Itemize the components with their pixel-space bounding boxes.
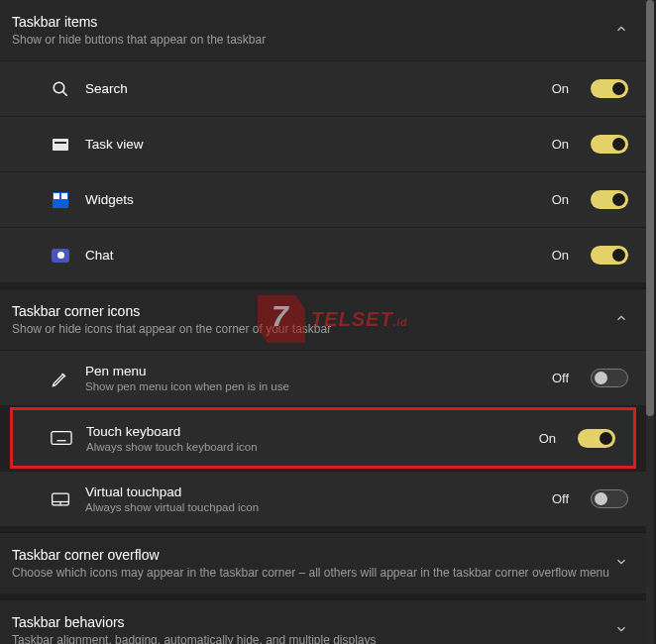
section-corner-overflow[interactable]: Taskbar corner overflow Choose which ico… bbox=[0, 532, 646, 593]
toggle-state: On bbox=[552, 137, 569, 152]
row-label: Search bbox=[85, 81, 538, 96]
row-search[interactable]: Search On bbox=[0, 60, 646, 116]
row-touch-keyboard[interactable]: Touch keyboard Always show touch keyboar… bbox=[13, 410, 633, 466]
row-sub: Show pen menu icon when pen is in use bbox=[85, 380, 538, 392]
svg-line-1 bbox=[62, 91, 67, 96]
chevron-up-icon bbox=[614, 311, 628, 328]
toggle-virtual-touchpad[interactable] bbox=[591, 489, 628, 508]
row-pen-menu[interactable]: Pen menu Show pen menu icon when pen is … bbox=[0, 350, 646, 405]
toggle-pen-menu[interactable] bbox=[591, 369, 628, 387]
section-subtitle: Choose which icons may appear in the tas… bbox=[12, 566, 609, 580]
toggle-task-view[interactable] bbox=[591, 135, 628, 154]
row-label: Widgets bbox=[85, 192, 538, 207]
keyboard-icon bbox=[51, 430, 72, 446]
scrollbar-thumb[interactable] bbox=[646, 0, 654, 416]
row-label: Chat bbox=[85, 248, 538, 263]
toggle-state: On bbox=[552, 81, 569, 96]
section-title: Taskbar corner overflow bbox=[12, 547, 609, 563]
toggle-state: Off bbox=[552, 371, 569, 385]
section-corner-icons[interactable]: Taskbar corner icons Show or hide icons … bbox=[0, 288, 646, 350]
section-subtitle: Show or hide buttons that appear on the … bbox=[12, 33, 266, 47]
toggle-search[interactable] bbox=[591, 79, 628, 98]
row-sub: Always show virtual touchpad icon bbox=[85, 501, 538, 513]
section-subtitle: Taskbar alignment, badging, automaticall… bbox=[12, 633, 377, 644]
chat-icon bbox=[50, 249, 71, 263]
toggle-state: On bbox=[539, 431, 556, 446]
touchpad-icon bbox=[50, 491, 71, 507]
pen-icon bbox=[50, 369, 71, 388]
section-title: Taskbar items bbox=[12, 14, 266, 30]
row-label: Touch keyboard bbox=[86, 424, 525, 439]
section-behaviors[interactable]: Taskbar behaviors Taskbar alignment, bad… bbox=[0, 599, 646, 644]
task-view-icon bbox=[50, 139, 71, 151]
toggle-widgets[interactable] bbox=[591, 190, 628, 209]
search-icon bbox=[50, 80, 71, 98]
row-label: Task view bbox=[85, 137, 538, 152]
toggle-state: Off bbox=[552, 491, 569, 506]
row-label: Pen menu bbox=[85, 364, 538, 378]
chevron-down-icon bbox=[614, 555, 628, 572]
section-title: Taskbar corner icons bbox=[12, 303, 331, 319]
toggle-chat[interactable] bbox=[591, 246, 628, 265]
row-virtual-touchpad[interactable]: Virtual touchpad Always show virtual tou… bbox=[0, 471, 646, 526]
section-title: Taskbar behaviors bbox=[12, 614, 377, 630]
chevron-up-icon bbox=[614, 22, 628, 39]
toggle-state: On bbox=[552, 248, 569, 263]
chevron-down-icon bbox=[614, 622, 628, 639]
toggle-state: On bbox=[552, 192, 569, 207]
scrollbar[interactable] bbox=[646, 0, 654, 644]
row-widgets[interactable]: Widgets On bbox=[0, 171, 646, 227]
svg-rect-2 bbox=[52, 432, 71, 445]
toggle-touch-keyboard[interactable] bbox=[578, 429, 615, 448]
row-chat[interactable]: Chat On bbox=[0, 227, 646, 282]
section-subtitle: Show or hide icons that appear on the co… bbox=[12, 322, 331, 336]
widgets-icon bbox=[50, 192, 71, 208]
highlight-touch-keyboard: Touch keyboard Always show touch keyboar… bbox=[10, 407, 636, 469]
row-label: Virtual touchpad bbox=[85, 484, 538, 499]
section-taskbar-items[interactable]: Taskbar items Show or hide buttons that … bbox=[0, 0, 646, 60]
row-task-view[interactable]: Task view On bbox=[0, 116, 646, 171]
svg-point-0 bbox=[54, 82, 64, 93]
row-sub: Always show touch keyboard icon bbox=[86, 441, 525, 453]
